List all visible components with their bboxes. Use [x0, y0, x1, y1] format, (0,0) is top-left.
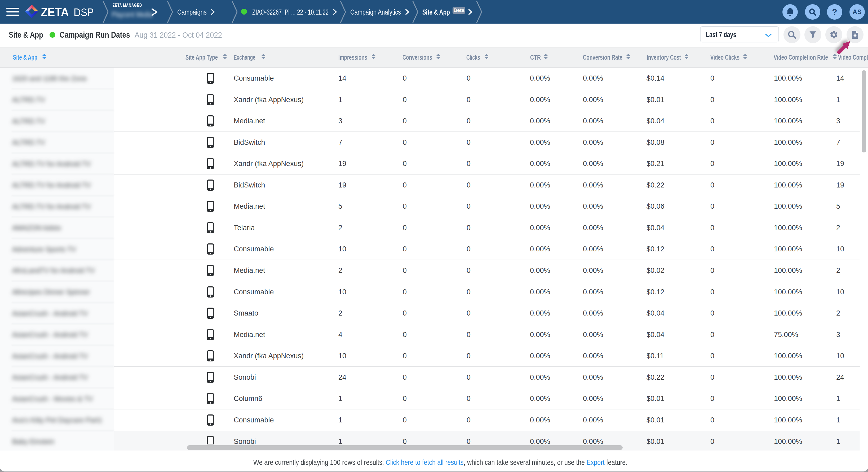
date-range-select[interactable]: Last 7 days [700, 26, 779, 42]
mobile-app-icon [207, 201, 214, 212]
column-header-site-app[interactable]: Site & App [13, 48, 37, 67]
zeta-logo-icon[interactable] [25, 4, 39, 18]
mobile-app-icon [207, 222, 214, 233]
table-row[interactable]: Xandr (fka AppNexus)1000.00%0.00%$0.0101… [114, 89, 860, 111]
table-row[interactable]: BidSwitch19000.00%0.00%$0.220100.00%19 [114, 175, 860, 196]
cell-clicks: 0 [467, 245, 471, 253]
breadcrumb-separator [476, 1, 483, 23]
sort-icon[interactable] [371, 54, 376, 59]
global-search-button[interactable] [805, 4, 820, 20]
column-header-exchange[interactable]: Exchange [234, 48, 255, 67]
table-row[interactable]: Column61000.00%0.00%$0.010100.00%1 [114, 388, 860, 409]
mobile-app-icon [207, 179, 214, 191]
cell-ctr: 0.00% [530, 288, 550, 296]
table-row-site-name[interactable]: Adventure Sports TV [0, 238, 114, 260]
table-row[interactable]: Consumable14000.00%0.00%$0.140100.00%14 [114, 68, 860, 89]
export-link[interactable]: Export [587, 458, 604, 466]
sort-icon[interactable] [484, 54, 489, 59]
help-button[interactable]: ? [827, 4, 842, 20]
footer-text: feature. [604, 458, 627, 466]
table-row-site-name[interactable]: ALTRD.TV [0, 89, 114, 111]
fetch-all-results-link[interactable]: Click here to fetch all results [386, 458, 464, 466]
column-header-ctr[interactable]: CTR [530, 48, 541, 67]
breadcrumb-site-app[interactable]: Site & App [422, 8, 450, 17]
table-row[interactable]: Media.net4000.00%0.00%$0.04075.00%3 [114, 324, 860, 346]
search-icon [809, 8, 816, 16]
breadcrumb-campaigns[interactable]: Campaigns [177, 8, 207, 17]
cell-inventory-cost: $0.02 [647, 266, 664, 274]
notifications-button[interactable] [782, 4, 798, 20]
sort-icon[interactable] [436, 54, 440, 59]
table-row-site-name[interactable]: AsianCrush - Android TV [0, 302, 114, 324]
table-row-site-name[interactable]: AsianCrush - Android TV [0, 367, 114, 388]
column-header-clicks[interactable]: Clicks [466, 48, 480, 67]
brand-zeta: ZETA [41, 6, 69, 19]
table-row[interactable]: Smaato2000.00%0.00%$0.040100.00%2 [114, 302, 860, 324]
column-header-inventory-cost[interactable]: Inventory Cost [647, 48, 681, 67]
table-row-site-name[interactable]: ALTRD.TV [0, 110, 114, 132]
cell-ctr: 0.00% [530, 330, 550, 338]
table-row-site-name[interactable]: Baby Einstein [0, 431, 114, 450]
sort-icon[interactable] [223, 54, 227, 59]
cell-exchange: Consumable [234, 74, 274, 83]
table-row[interactable]: Media.net5000.00%0.00%$0.060100.00%5 [114, 196, 860, 217]
sort-icon[interactable] [684, 54, 689, 59]
table-row-site-name[interactable]: AsianCrush - Android TV [0, 324, 114, 346]
mobile-app-icon [207, 137, 214, 148]
breadcrumb-campaign-analytics[interactable]: Campaign Analytics [350, 8, 401, 17]
table-row[interactable]: Media.net3000.00%0.00%$0.040100.00%3 [114, 110, 860, 132]
table-row-site-name[interactable]: AMAZON kidstv [0, 217, 114, 239]
table-row-site-name[interactable]: 1620 and 1180 the Zone [0, 68, 114, 89]
sort-icon[interactable] [261, 54, 266, 59]
breadcrumb-account-name[interactable]: Playcent Media [112, 10, 152, 19]
column-header-impressions[interactable]: Impressions [338, 48, 367, 67]
report-status-dot [50, 32, 55, 38]
column-header-conversion-rate[interactable]: Conversion Rate [583, 48, 622, 67]
mobile-app-icon [207, 115, 214, 126]
table-row[interactable]: Consumable10000.00%0.00%$0.120100.00%10 [114, 281, 860, 303]
table-row[interactable]: Xandr (fka AppNexus)19000.00%0.00%$0.210… [114, 153, 860, 175]
cell-video-completion-rate: 100.00% [774, 202, 802, 210]
sort-icon[interactable] [743, 54, 747, 59]
table-row[interactable]: Consumable10000.00%0.00%$0.120100.00%10 [114, 238, 860, 260]
vertical-scrollbar[interactable] [862, 70, 866, 152]
sort-icon[interactable] [42, 54, 46, 59]
table-row-site-name[interactable]: ALTRD.TV for Android TV [0, 196, 114, 217]
site-name-redacted: ALTRD.TV [12, 139, 45, 147]
user-avatar[interactable]: AS [849, 4, 865, 20]
cell-inventory-cost: $0.22 [647, 181, 664, 189]
table-row[interactable]: Media.net2000.00%0.00%$0.020100.00%2 [114, 260, 860, 281]
table-row[interactable]: Xandr (fka AppNexus)10000.00%0.00%$0.110… [114, 345, 860, 367]
cell-conversions: 0 [403, 373, 407, 381]
table-row-site-name[interactable]: AsianCrush - Movies & TV [0, 388, 114, 409]
table-row-site-name[interactable]: AfroLandTV for Android TV [0, 260, 114, 281]
table-row[interactable]: Consumable1000.00%0.00%$0.010100.00%1 [114, 409, 860, 431]
sort-icon[interactable] [544, 54, 548, 59]
column-header-conversions[interactable]: Conversions [402, 48, 432, 67]
cell-impressions: 1 [338, 394, 342, 403]
table-row-site-name[interactable]: ALTRD.TV [0, 132, 114, 153]
filter-button[interactable] [804, 26, 822, 43]
table-search-button[interactable] [783, 26, 800, 43]
table-row-site-name[interactable]: ALTRD.TV for Android TV [0, 175, 114, 196]
cell-ctr: 0.00% [530, 159, 550, 168]
column-header-video-clicks[interactable]: Video Clicks [710, 48, 740, 67]
column-header-site-app-type[interactable]: Site App Type [185, 48, 218, 67]
table-row-site-name[interactable]: AsianCrush - Android TV [0, 345, 114, 367]
breadcrumb-campaign[interactable]: ZIAO-32267_Pi ... 22 - 10.11.22 [252, 8, 329, 17]
cell-conversion-rate: 0.00% [583, 159, 603, 168]
cell-inventory-cost: $0.06 [647, 202, 664, 210]
table-row[interactable]: Sonobi24000.00%0.00%$0.220100.00%24 [114, 367, 860, 388]
table-row[interactable]: BidSwitch7000.00%0.00%$0.080100.00%7 [114, 132, 860, 153]
table-row[interactable]: Telaria2000.00%0.00%$0.040100.00%2 [114, 217, 860, 239]
sort-icon[interactable] [626, 54, 630, 59]
menu-icon[interactable] [6, 8, 19, 16]
table-row-site-name[interactable]: Ava's Kitty Pet Daycare Part1 [0, 409, 114, 431]
cell-impressions: 7 [338, 138, 342, 146]
table-row-site-name[interactable]: ALTRD.TV for Android TV [0, 153, 114, 175]
site-name-redacted: Allrecipes Dinner Spinner [12, 288, 90, 296]
table-row-site-name[interactable]: Allrecipes Dinner Spinner [0, 281, 114, 303]
column-header-video-completion-rate[interactable]: Video Completion Rate [774, 48, 828, 67]
cell-conversions: 0 [403, 309, 407, 317]
horizontal-scrollbar[interactable] [187, 445, 623, 450]
